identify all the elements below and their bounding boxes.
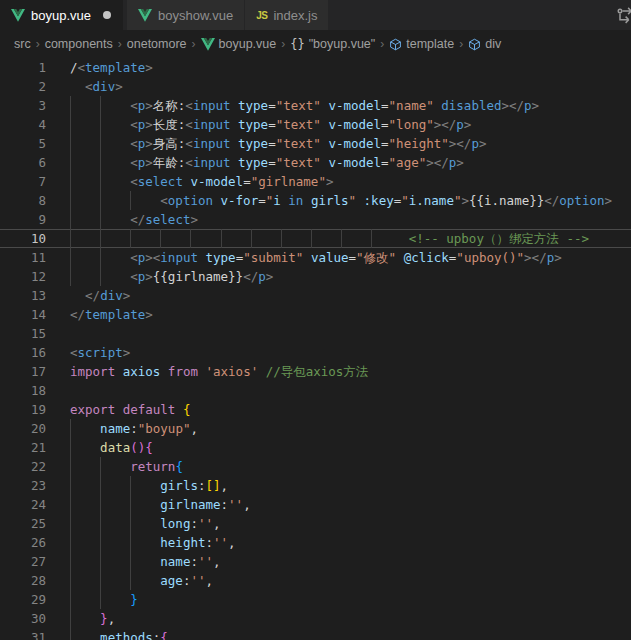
- code-line: 19export default {: [0, 400, 631, 419]
- line-number[interactable]: 8: [0, 191, 46, 210]
- chevron-right-icon: ›: [187, 37, 201, 51]
- code-line-content[interactable]: girlname:'',: [70, 495, 631, 514]
- line-number[interactable]: 3: [0, 96, 46, 115]
- code-token: =: [381, 136, 389, 151]
- line-number[interactable]: 13: [0, 286, 46, 305]
- indent-guide: [130, 229, 131, 248]
- line-number[interactable]: 10: [0, 229, 46, 248]
- code-line-content[interactable]: <div>: [70, 77, 631, 96]
- code-token: {: [183, 402, 191, 417]
- code-line-content[interactable]: <p>长度:<input type="text" v-model="long">…: [70, 115, 631, 134]
- line-number[interactable]: 22: [0, 457, 46, 476]
- line-number[interactable]: 11: [0, 248, 46, 267]
- tab-index.js[interactable]: JSindex.js: [245, 0, 329, 30]
- code-line-content[interactable]: export default {: [70, 400, 631, 419]
- code-line-content[interactable]: long:'',: [70, 514, 631, 533]
- tab-boyshow.vue[interactable]: boyshow.vue: [127, 0, 245, 30]
- line-number[interactable]: 23: [0, 476, 46, 495]
- line-number[interactable]: 1: [0, 58, 46, 77]
- line-number[interactable]: 15: [0, 324, 46, 343]
- code-token: <: [185, 155, 193, 170]
- indent-guide: [70, 457, 71, 476]
- code-line-content[interactable]: return{: [70, 457, 631, 476]
- code-token: :: [221, 497, 229, 512]
- code-line-content[interactable]: [70, 381, 631, 400]
- code-line-content[interactable]: <select v-model="girlname">: [70, 172, 631, 191]
- code-line-content[interactable]: <p>{{girlname}}</p>: [70, 267, 631, 286]
- code-line-content[interactable]: /<template>: [70, 58, 631, 77]
- code-token: </: [130, 212, 145, 227]
- line-number[interactable]: 20: [0, 419, 46, 438]
- line-number[interactable]: 27: [0, 552, 46, 571]
- code-token: =: [381, 98, 389, 113]
- code-token: :key: [364, 193, 394, 208]
- code-line: 12 <p>{{girlname}}</p>: [0, 267, 631, 286]
- line-number[interactable]: 29: [0, 590, 46, 609]
- code-token: select: [145, 212, 190, 227]
- indent-guide: [70, 210, 71, 229]
- code-token: :: [190, 554, 198, 569]
- line-number[interactable]: 12: [0, 267, 46, 286]
- code-line-content[interactable]: </div>: [70, 286, 631, 305]
- code-line-content[interactable]: girls:[],: [70, 476, 631, 495]
- breadcrumb-item-boyup.vue[interactable]: boyup.vue: [201, 37, 277, 51]
- line-number[interactable]: 7: [0, 172, 46, 191]
- code-line-content[interactable]: name:'',: [70, 552, 631, 571]
- line-number[interactable]: 2: [0, 77, 46, 96]
- code-line-content[interactable]: import axios from 'axios' //导包axios方法: [70, 362, 631, 381]
- code-line-content[interactable]: </template>: [70, 305, 631, 324]
- code-token: [70, 440, 100, 455]
- code-line-content[interactable]: <p>身高:<input type="text" v-model="height…: [70, 134, 631, 153]
- line-number[interactable]: 14: [0, 305, 46, 324]
- code-line-content[interactable]: height:'',: [70, 533, 631, 552]
- code-line-content[interactable]: <script>: [70, 343, 631, 362]
- breadcrumb-item-src[interactable]: src: [14, 37, 31, 51]
- code-line-content[interactable]: age:'',: [70, 571, 631, 590]
- breadcrumb-item-div[interactable]: div: [468, 37, 501, 51]
- code-line-content[interactable]: },: [70, 609, 631, 628]
- indent-guide: [70, 96, 71, 115]
- code-token: [258, 364, 266, 379]
- line-number[interactable]: 28: [0, 571, 46, 590]
- line-number[interactable]: 6: [0, 153, 46, 172]
- code-token: <: [130, 155, 138, 170]
- breadcrumb-item-template[interactable]: template: [389, 37, 454, 51]
- code-line-content[interactable]: [70, 324, 631, 343]
- line-number[interactable]: 25: [0, 514, 46, 533]
- code-line-content[interactable]: <p>年龄:<input type="text" v-model="age"><…: [70, 153, 631, 172]
- code-line-content[interactable]: methods:{: [70, 628, 631, 640]
- line-number[interactable]: 24: [0, 495, 46, 514]
- code-line-content[interactable]: name:"boyup",: [70, 419, 631, 438]
- line-number[interactable]: 21: [0, 438, 46, 457]
- editor-actions-icon[interactable]: [615, 6, 631, 26]
- line-number[interactable]: 31: [0, 628, 46, 640]
- line-number[interactable]: 4: [0, 115, 46, 134]
- line-number[interactable]: 26: [0, 533, 46, 552]
- code-line-content[interactable]: <option v-for="i in girls" :key="i.name"…: [70, 191, 631, 210]
- code-token: p: [258, 269, 266, 284]
- code-token: '': [198, 516, 213, 531]
- code-line-content[interactable]: <p>名称:<input type="text" v-model="name" …: [70, 96, 631, 115]
- breadcrumb-item-boyup.vue[interactable]: {}"boyup.vue": [290, 37, 375, 51]
- line-number[interactable]: 9: [0, 210, 46, 229]
- code-token: girls: [160, 478, 198, 493]
- breadcrumb-item-onetomore[interactable]: onetomore: [127, 37, 187, 51]
- code-token: =: [349, 250, 357, 265]
- tab-boyup.vue[interactable]: boyup.vue: [0, 0, 123, 30]
- code-line-content[interactable]: <p><input type="submit" value="修改" @clic…: [70, 248, 631, 267]
- line-number[interactable]: 18: [0, 381, 46, 400]
- code-line-content[interactable]: <!-- upboy（）绑定方法 -->: [70, 229, 631, 248]
- indent-guide: [70, 115, 71, 134]
- code-token: >: [145, 60, 153, 75]
- code-token: ,: [190, 421, 198, 436]
- line-number[interactable]: 30: [0, 609, 46, 628]
- code-line-content[interactable]: }: [70, 590, 631, 609]
- line-number[interactable]: 16: [0, 343, 46, 362]
- line-number[interactable]: 5: [0, 134, 46, 153]
- line-number[interactable]: 17: [0, 362, 46, 381]
- breadcrumb-item-components[interactable]: components: [45, 37, 113, 51]
- code-line-content[interactable]: </select>: [70, 210, 631, 229]
- code-token: >: [145, 269, 153, 284]
- code-line-content[interactable]: data(){: [70, 438, 631, 457]
- line-number[interactable]: 19: [0, 400, 46, 419]
